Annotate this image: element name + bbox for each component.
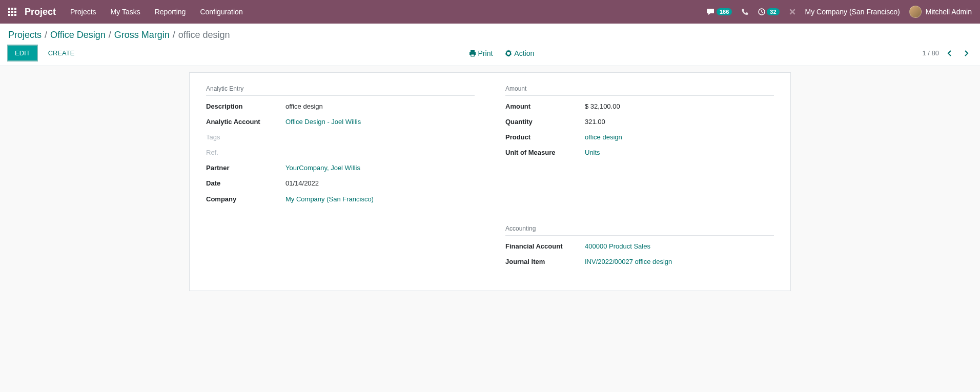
activity-badge: 32: [767, 8, 779, 15]
print-label: Print: [478, 49, 493, 57]
activity-icon[interactable]: 32: [758, 8, 779, 16]
value-description: office design: [285, 101, 323, 112]
control-panel: Projects / Office Design / Gross Margin …: [0, 24, 980, 66]
top-navbar: Project Projects My Tasks Reporting Conf…: [0, 0, 980, 24]
action-button[interactable]: Action: [505, 49, 534, 57]
pager-prev[interactable]: [944, 50, 955, 57]
section-accounting: Accounting: [505, 225, 774, 236]
gear-icon: [505, 50, 512, 57]
label-partner: Partner: [206, 162, 285, 174]
breadcrumb-projects[interactable]: Projects: [8, 30, 42, 40]
svg-rect-1: [471, 54, 474, 56]
value-uom[interactable]: Units: [585, 147, 600, 158]
breadcrumb-sep: /: [109, 30, 111, 40]
label-tags: Tags: [206, 132, 285, 143]
company-selector[interactable]: My Company (San Francisco): [805, 8, 900, 16]
nav-projects[interactable]: Projects: [70, 8, 96, 16]
section-analytic-entry: Analytic Entry: [206, 85, 475, 96]
breadcrumb-current: office design: [178, 30, 230, 40]
label-uom: Unit of Measure: [505, 147, 585, 158]
user-name: Mitchell Admin: [926, 8, 972, 16]
label-description: Description: [206, 101, 285, 112]
label-amount: Amount: [505, 101, 585, 112]
avatar: [909, 6, 922, 18]
breadcrumb-sep: /: [173, 30, 175, 40]
form-right-column: Amount Amount $ 32,100.00 Quantity 321.0…: [505, 85, 774, 272]
create-button[interactable]: CREATE: [42, 46, 81, 60]
print-button[interactable]: Print: [469, 49, 493, 57]
section-amount: Amount: [505, 85, 774, 96]
chevron-right-icon: [964, 50, 969, 57]
value-partner[interactable]: YourCompany, Joel Willis: [285, 162, 360, 174]
close-icon[interactable]: [789, 8, 796, 15]
action-label: Action: [514, 49, 534, 57]
value-analytic-account[interactable]: Office Design - Joel Willis: [285, 116, 361, 128]
breadcrumb: Projects / Office Design / Gross Margin …: [8, 30, 972, 40]
label-product: Product: [505, 132, 585, 143]
topbar-right: 166 32 My Company (San Francisco) Mitche…: [706, 6, 972, 18]
value-company[interactable]: My Company (San Francisco): [285, 194, 374, 205]
chevron-left-icon: [947, 50, 952, 57]
edit-button[interactable]: EDIT: [8, 46, 37, 60]
value-journal-item[interactable]: INV/2022/00027 office design: [585, 256, 672, 267]
value-product[interactable]: office design: [585, 132, 622, 143]
form-left-column: Analytic Entry Description office design…: [206, 85, 475, 272]
label-date: Date: [206, 178, 285, 189]
value-financial-account[interactable]: 400000 Product Sales: [585, 241, 650, 252]
nav-menu: Projects My Tasks Reporting Configuratio…: [70, 8, 243, 16]
print-icon: [469, 50, 476, 57]
label-journal-item: Journal Item: [505, 256, 585, 267]
value-amount: $ 32,100.00: [585, 101, 620, 112]
label-company: Company: [206, 194, 285, 205]
label-ref: Ref.: [206, 147, 285, 158]
nav-my-tasks[interactable]: My Tasks: [111, 8, 140, 16]
messages-badge: 166: [717, 8, 732, 15]
nav-reporting[interactable]: Reporting: [155, 8, 186, 16]
breadcrumb-office-design[interactable]: Office Design: [50, 30, 106, 40]
form-sheet: Analytic Entry Description office design…: [189, 72, 791, 291]
app-brand[interactable]: Project: [25, 7, 56, 17]
pager-text[interactable]: 1 / 80: [922, 49, 939, 57]
phone-icon[interactable]: [741, 8, 748, 15]
label-analytic-account: Analytic Account: [206, 116, 285, 128]
user-menu[interactable]: Mitchell Admin: [909, 6, 972, 18]
apps-icon[interactable]: [8, 8, 16, 16]
value-quantity: 321.00: [585, 116, 605, 128]
value-date: 01/14/2022: [285, 178, 319, 189]
breadcrumb-gross-margin[interactable]: Gross Margin: [114, 30, 170, 40]
label-quantity: Quantity: [505, 116, 585, 128]
label-financial-account: Financial Account: [505, 241, 585, 252]
messages-icon[interactable]: 166: [706, 8, 732, 16]
pager-next[interactable]: [961, 50, 972, 57]
nav-configuration[interactable]: Configuration: [200, 8, 242, 16]
breadcrumb-sep: /: [45, 30, 47, 40]
